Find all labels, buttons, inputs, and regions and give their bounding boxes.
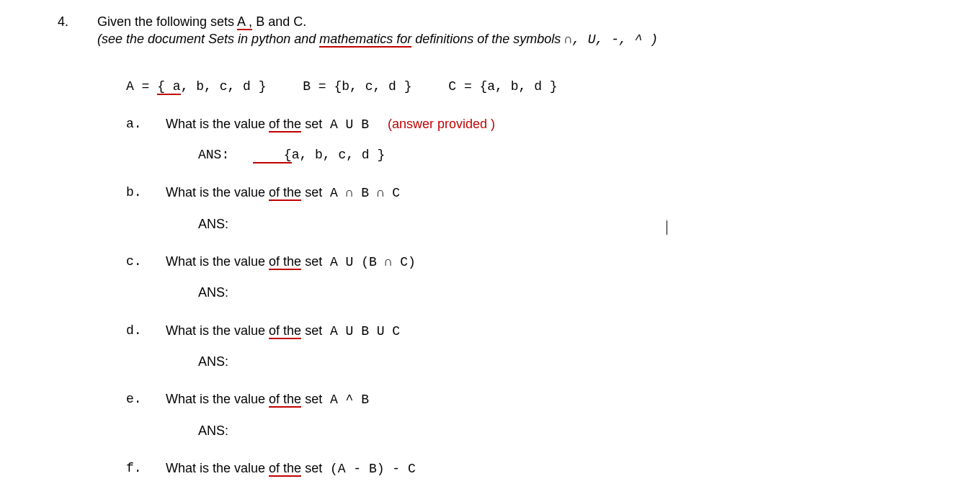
- item-label: e.: [126, 390, 162, 408]
- q-text: set: [301, 392, 322, 406]
- answer-label: ANS:: [198, 285, 228, 300]
- set-b: B = {b, c, d }: [303, 78, 411, 95]
- document-page: 4. Given the following sets A , B and C.…: [0, 0, 980, 477]
- set-c: C = {a, b, d }: [448, 78, 557, 95]
- symbol-text: ∩, U, -, ^ ): [564, 32, 658, 47]
- intro-underline: A ,: [237, 14, 252, 30]
- item-label: d.: [126, 322, 162, 339]
- item-label: b.: [126, 184, 162, 201]
- q-expr: A U B: [322, 117, 369, 132]
- q-expr: A ∩ B ∩ C: [322, 186, 400, 200]
- q-underline: of the: [269, 323, 301, 339]
- intro-text: Given the following sets: [97, 14, 237, 29]
- q-expr: A U B U C: [322, 324, 400, 338]
- q-text: What is the value: [166, 117, 269, 131]
- item-label: a.: [126, 115, 162, 133]
- subquestion-d: d. What is the value of the set A U B U …: [126, 322, 922, 371]
- q-text: What is the value: [166, 254, 269, 269]
- subquestion-b: b. What is the value of the set A ∩ B ∩ …: [126, 184, 922, 233]
- q-text: set: [301, 185, 322, 199]
- question-header: 4. Given the following sets A , B and C.…: [58, 13, 922, 49]
- subquestion-c: c. What is the value of the set A U (B ∩…: [126, 253, 922, 302]
- answer-label: ANS:: [198, 217, 228, 231]
- q-text: set: [301, 117, 322, 131]
- intro-text: B and C.: [252, 14, 306, 29]
- answer-underline: {: [253, 148, 292, 163]
- q-underline: of the: [269, 185, 301, 201]
- subquestion-f: f. What is the value of the set (A - B) …: [126, 459, 922, 477]
- q-expr: A U (B ∩ C): [322, 255, 416, 269]
- set-definitions: A = { a, b, c, d } B = {b, c, d } C = {a…: [126, 78, 922, 95]
- answer-value: a, b, c, d }: [292, 148, 386, 162]
- q-text: set: [301, 323, 322, 338]
- q-text: What is the value: [166, 323, 269, 338]
- answer-label: ANS:: [198, 148, 229, 162]
- intro-underline: mathematics for: [319, 32, 411, 48]
- question-body: A = { a, b, c, d } B = {b, c, d } C = {a…: [126, 78, 922, 478]
- subquestion-e: e. What is the value of the set A ^ B AN…: [126, 390, 922, 439]
- set-a-post: , b, c, d }: [181, 79, 267, 94]
- q-text: What is the value: [166, 392, 269, 406]
- intro-text: (see the document Sets in python and: [97, 32, 319, 46]
- q-text: set: [301, 461, 322, 475]
- item-label: c.: [126, 253, 162, 270]
- answer-label: ANS:: [198, 423, 228, 438]
- q-expr: (A - B) - C: [322, 462, 416, 476]
- item-label: f.: [126, 459, 162, 477]
- subquestion-a: a. What is the value of the set A U B (a…: [126, 115, 922, 164]
- question-intro: Given the following sets A , B and C. (s…: [97, 13, 922, 49]
- answer-provided-note: (answer provided ): [388, 117, 495, 131]
- q-text: What is the value: [166, 185, 269, 199]
- q-underline: of the: [269, 392, 301, 408]
- question-number: 4.: [58, 13, 97, 30]
- q-expr: A ^ B: [322, 392, 369, 407]
- set-a-underline: { a: [157, 79, 180, 95]
- q-text: set: [301, 254, 322, 269]
- intro-text: definitions of the symbols: [411, 32, 564, 46]
- q-underline: of the: [269, 461, 301, 477]
- q-underline: of the: [269, 254, 301, 270]
- answer-label: ANS:: [198, 354, 228, 369]
- q-text: What is the value: [166, 461, 269, 475]
- text-cursor-icon: [667, 220, 667, 235]
- set-a-pre: A =: [126, 79, 157, 94]
- q-underline: of the: [269, 117, 301, 133]
